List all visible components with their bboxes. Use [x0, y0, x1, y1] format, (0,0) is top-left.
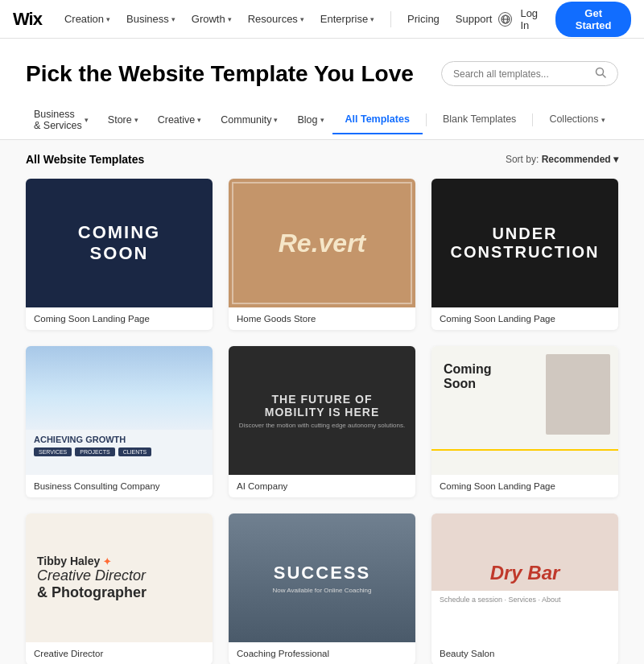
template-card-8[interactable]: SUCCESS Now Available for Online Coachin… [229, 513, 415, 664]
sort-value[interactable]: Recommended ▾ [542, 154, 618, 165]
nav-item-growth[interactable]: Growth ▾ [185, 10, 238, 28]
chevron-down-icon: ▾ [85, 116, 89, 124]
filter-creative[interactable]: Creative ▾ [150, 106, 210, 134]
chevron-down-icon: ▾ [134, 116, 138, 124]
section-header: All Website Templates Sort by: Recommend… [26, 153, 618, 166]
template-thumb-3: UNDERCONSTRUCTION [431, 179, 618, 307]
template-card-5[interactable]: THE FUTURE OFMOBILITY IS HERE Discover t… [229, 346, 415, 497]
nav-pricing[interactable]: Pricing [401, 10, 446, 28]
search-icon [595, 67, 606, 80]
nav-support[interactable]: Support [449, 10, 499, 28]
globe-icon[interactable] [498, 12, 512, 27]
nav-divider [390, 11, 391, 27]
tab-blank-templates[interactable]: Blank Templates [430, 105, 530, 134]
template-thumb-7: Tibby Haley ✦ Creative Director & Photog… [26, 513, 213, 642]
tab-divider [532, 113, 533, 126]
tab-collections[interactable]: Collections ▾ [536, 105, 618, 134]
template-card-9[interactable]: Dry Bar Schedule a session · Services · … [431, 513, 618, 664]
nav-right: Log In Get Started [498, 2, 631, 37]
template-name-1: Coming Soon Landing Page [26, 307, 213, 330]
tab-divider [426, 113, 427, 126]
nav-item-creation[interactable]: Creation ▾ [58, 10, 117, 28]
chevron-down-icon: ▾ [106, 15, 110, 23]
chevron-down-icon: ▾ [320, 116, 324, 124]
filter-row: Business & Services ▾ Store ▾ Creative ▾… [0, 101, 644, 140]
template-name-2: Home Goods Store [229, 307, 415, 330]
svg-line-4 [603, 75, 606, 78]
template-name-6: Coming Soon Landing Page [431, 475, 618, 497]
template-name-7: Creative Director [26, 642, 213, 664]
template-thumb-8: SUCCESS Now Available for Online Coachin… [229, 513, 415, 642]
template-thumb-6: ComingSoon [431, 346, 618, 475]
template-thumb-2: Re.vert [229, 179, 415, 307]
template-thumb-4: ACHIEVING GROWTH SERVICES PROJECTS CLIEN… [26, 346, 213, 475]
template-name-5: AI Company [229, 475, 415, 497]
chevron-down-icon: ▾ [274, 116, 278, 124]
template-name-9: Beauty Salon [431, 642, 618, 664]
template-thumb-1: COMING SOON [26, 179, 213, 307]
filter-store[interactable]: Store ▾ [100, 106, 147, 134]
template-card-6[interactable]: ComingSoon Coming Soon Landing Page [431, 346, 618, 497]
template-thumb-9: Dry Bar Schedule a session · Services · … [431, 513, 618, 642]
template-card-7[interactable]: Tibby Haley ✦ Creative Director & Photog… [26, 513, 213, 664]
template-name-4: Business Consulting Company [26, 475, 213, 497]
search-bar[interactable] [441, 61, 618, 86]
filter-community[interactable]: Community ▾ [213, 106, 286, 134]
chevron-down-icon: ▾ [300, 15, 304, 23]
search-input[interactable] [453, 68, 588, 80]
top-nav: Wix Creation ▾ Business ▾ Growth ▾ Resou… [0, 0, 644, 39]
section-title: All Website Templates [26, 153, 144, 166]
chevron-down-icon: ▾ [370, 15, 374, 23]
templates-grid: COMING SOON Coming Soon Landing Page Re.… [26, 179, 618, 664]
nav-item-business[interactable]: Business ▾ [120, 10, 182, 28]
nav-items: Creation ▾ Business ▾ Growth ▾ Resources… [58, 10, 498, 28]
hero-section: Pick the Website Template You Love [0, 39, 644, 101]
template-name-8: Coaching Professional [229, 642, 415, 664]
template-thumb-5: THE FUTURE OFMOBILITY IS HERE Discover t… [229, 346, 415, 475]
get-started-button[interactable]: Get Started [555, 2, 631, 37]
main-content: All Website Templates Sort by: Recommend… [0, 140, 644, 664]
sort-label: Sort by: Recommended ▾ [506, 154, 618, 165]
chevron-down-icon: ▾ [197, 116, 201, 124]
tab-all-templates[interactable]: All Templates [332, 105, 423, 134]
template-card-1[interactable]: COMING SOON Coming Soon Landing Page [26, 179, 213, 330]
chevron-down-icon: ▾ [601, 116, 605, 124]
template-name-3: Coming Soon Landing Page [431, 307, 618, 330]
filter-blog[interactable]: Blog ▾ [289, 106, 332, 134]
login-button[interactable]: Log In [520, 7, 547, 31]
filter-business-services[interactable]: Business & Services ▾ [26, 101, 97, 139]
nav-item-enterprise[interactable]: Enterprise ▾ [314, 10, 381, 28]
template-card-3[interactable]: UNDERCONSTRUCTION Coming Soon Landing Pa… [431, 179, 618, 330]
chevron-down-icon: ▾ [171, 15, 175, 23]
filter-left: Business & Services ▾ Store ▾ Creative ▾… [26, 101, 332, 139]
nav-item-resources[interactable]: Resources ▾ [242, 10, 311, 28]
filter-right: All Templates Blank Templates Collection… [332, 105, 618, 134]
chevron-down-icon: ▾ [228, 15, 232, 23]
template-card-2[interactable]: Re.vert Home Goods Store [229, 179, 415, 330]
template-card-4[interactable]: ACHIEVING GROWTH SERVICES PROJECTS CLIEN… [26, 346, 213, 497]
wix-logo[interactable]: Wix [13, 9, 42, 30]
